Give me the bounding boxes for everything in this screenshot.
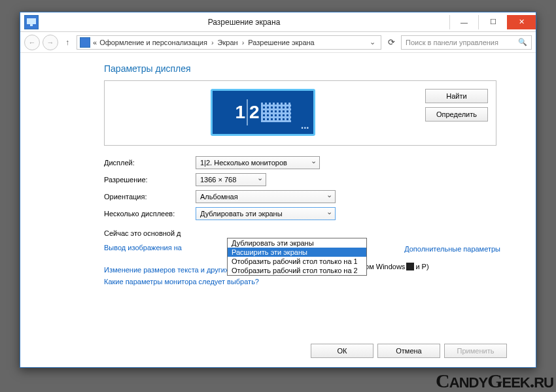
- watermark: CANDYGEEK.RU: [436, 370, 553, 392]
- multiple-displays-combo[interactable]: Дублировать эти экраны: [196, 207, 336, 220]
- windows-logo-icon: [406, 263, 414, 270]
- multiple-displays-dropdown: Дублировать эти экраны Расширить эти экр…: [227, 238, 367, 276]
- breadcrumb[interactable]: « Оформление и персонализация Экран Разр…: [77, 35, 381, 50]
- breadcrumb-item[interactable]: Экран: [218, 39, 238, 46]
- apply-button[interactable]: Применить: [444, 344, 507, 358]
- dropdown-option[interactable]: Отобразить рабочий стол только на 1: [228, 257, 366, 266]
- cancel-button[interactable]: Отмена: [377, 344, 440, 358]
- search-input[interactable]: Поиск в панели управления 🔍: [401, 35, 532, 50]
- dropdown-option[interactable]: Отобразить рабочий стол только на 2: [228, 266, 366, 275]
- back-button[interactable]: ←: [24, 35, 40, 50]
- monitor-number-2: 2: [249, 102, 260, 123]
- which-settings-link[interactable]: Какие параметры монитора следует выбрать…: [104, 278, 259, 286]
- multiple-displays-label: Несколько дисплеев:: [104, 210, 196, 218]
- svg-rect-1: [30, 24, 33, 26]
- dialog-footer: ОК Отмена Применить: [311, 344, 507, 358]
- minimize-button[interactable]: —: [449, 15, 478, 29]
- advanced-settings-link[interactable]: Дополнительные параметры: [404, 245, 500, 253]
- monitor-number-1: 1: [235, 102, 245, 123]
- up-button[interactable]: ↑: [61, 36, 74, 49]
- window: Разрешение экрана — ☐ ✕ ← → ↑ « Оформлен…: [20, 12, 536, 368]
- breadcrumb-prefix: «: [93, 39, 97, 46]
- resolution-label: Разрешение:: [104, 176, 196, 184]
- project-link[interactable]: Вывод изображения на: [104, 244, 182, 252]
- dropdown-option[interactable]: Дублировать эти экраны: [228, 238, 366, 248]
- close-button[interactable]: ✕: [507, 15, 536, 29]
- orientation-label: Ориентация:: [104, 193, 196, 201]
- window-title: Разрешение экрана: [39, 18, 449, 27]
- dropdown-option[interactable]: Расширить эти экраны: [228, 248, 366, 257]
- monitor-icon: 1 2 •••: [211, 89, 315, 136]
- nav-bar: ← → ↑ « Оформление и персонализация Экра…: [20, 32, 536, 53]
- chevron-right-icon: [210, 39, 215, 46]
- display-label: Дисплей:: [104, 159, 196, 167]
- chevron-right-icon: [241, 39, 246, 46]
- detect-button[interactable]: Найти: [425, 89, 488, 103]
- breadcrumb-item[interactable]: Разрешение экрана: [248, 39, 314, 46]
- refresh-button[interactable]: ⟳: [384, 35, 398, 50]
- maximize-button[interactable]: ☐: [478, 15, 507, 29]
- window-controls: — ☐ ✕: [449, 15, 536, 29]
- monitor-dots-icon: •••: [302, 125, 309, 131]
- breadcrumb-item[interactable]: Оформление и персонализация: [99, 39, 207, 46]
- display-preview-box: 1 2 ••• Найти Определить: [104, 80, 496, 146]
- search-placeholder: Поиск в панели управления: [406, 39, 498, 46]
- title-bar: Разрешение экрана — ☐ ✕: [20, 12, 536, 32]
- search-icon: 🔍: [518, 38, 527, 46]
- monitor-grid-icon: [261, 103, 291, 122]
- chevron-down-icon[interactable]: ⌄: [367, 38, 378, 46]
- control-panel-icon: [80, 37, 90, 48]
- identify-button[interactable]: Определить: [425, 107, 488, 122]
- forward-button[interactable]: →: [43, 35, 58, 50]
- monitor-divider: [247, 99, 248, 125]
- monitor-preview[interactable]: 1 2 •••: [113, 89, 413, 136]
- orientation-combo[interactable]: Альбомная: [196, 190, 336, 203]
- display-combo[interactable]: 1|2. Несколько мониторов: [196, 156, 320, 169]
- ok-button[interactable]: ОК: [311, 344, 374, 358]
- primary-display-text: Сейчас это основной д: [104, 229, 510, 237]
- page-title: Параметры дисплея: [104, 63, 510, 74]
- resolution-combo[interactable]: 1366 × 768: [196, 173, 266, 186]
- svg-rect-0: [27, 18, 36, 24]
- app-icon: [24, 15, 39, 29]
